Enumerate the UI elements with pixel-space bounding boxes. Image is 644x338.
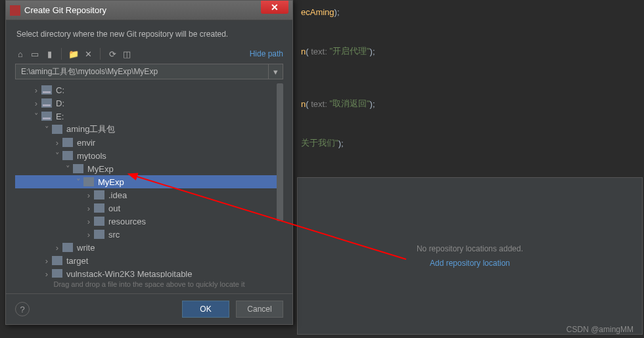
- drive-icon: [41, 112, 52, 121]
- dialog-titlebar[interactable]: Create Git Repository ✕: [6, 1, 292, 20]
- tree-row[interactable]: ˅aming工具包: [15, 123, 283, 136]
- create-git-repo-dialog: Create Git Repository ✕ Select directory…: [5, 0, 293, 325]
- chevron-right-icon[interactable]: ›: [31, 98, 41, 108]
- dialog-title: Create Git Repository: [24, 5, 106, 15]
- chevron-right-icon[interactable]: ›: [83, 190, 94, 200]
- folder-icon: [94, 230, 104, 239]
- hide-path-link[interactable]: Hide path: [250, 49, 283, 58]
- tree-row[interactable]: ›src: [15, 228, 283, 241]
- folder-icon: [52, 269, 62, 278]
- tree-row[interactable]: ˅MyExp: [15, 175, 283, 188]
- tree-label: mytools: [77, 151, 106, 161]
- tree-row[interactable]: ›.idea: [15, 188, 283, 201]
- tree-label: resources: [108, 217, 146, 226]
- no-repo-message: No repository locations added.: [417, 244, 523, 253]
- chevron-right-icon[interactable]: ›: [83, 230, 94, 240]
- path-input-group: ▾: [15, 64, 283, 79]
- tree-label: .idea: [108, 190, 127, 200]
- tree-row[interactable]: ›envir: [15, 136, 283, 149]
- chevron-down-icon[interactable]: ˅: [31, 112, 41, 121]
- code-ident: ecAming: [301, 7, 334, 17]
- chevron-down-icon[interactable]: ˅: [62, 164, 73, 174]
- delete-icon[interactable]: ✕: [83, 49, 93, 59]
- directory-tree[interactable]: ›C:›D:˅E:˅aming工具包›envir˅mytools˅MyExp˅M…: [15, 83, 283, 278]
- add-repo-link[interactable]: Add repository location: [430, 259, 510, 268]
- show-hidden-icon[interactable]: ◫: [122, 49, 132, 59]
- tree-row[interactable]: ˅E:: [15, 110, 283, 123]
- chevron-right-icon[interactable]: ›: [83, 203, 94, 213]
- tree-row[interactable]: ›D:: [15, 96, 283, 110]
- close-button[interactable]: ✕: [261, 1, 288, 14]
- watermark: CSDN @amingMM: [566, 325, 633, 334]
- chevron-right-icon[interactable]: ›: [52, 138, 62, 148]
- folder-icon: [73, 164, 83, 173]
- tree-row[interactable]: ›vulnstack-Win2K3 Metasploitable: [15, 267, 283, 278]
- chevron-right-icon[interactable]: ›: [31, 85, 41, 95]
- tree-row[interactable]: ›target: [15, 254, 283, 267]
- folder-icon: [52, 256, 62, 265]
- tree-label: vulnstack-Win2K3 Metasploitable: [66, 269, 192, 278]
- tree-label: envir: [77, 138, 95, 148]
- tree-row[interactable]: ›out: [15, 201, 283, 215]
- drag-drop-hint: Drag and drop a file into the space abov…: [6, 278, 292, 293]
- help-button[interactable]: ?: [15, 302, 30, 316]
- tree-row[interactable]: ˅MyExp: [15, 162, 283, 175]
- chevron-right-icon[interactable]: ›: [83, 217, 94, 226]
- chevron-right-icon[interactable]: ›: [41, 256, 52, 266]
- folder-icon: [94, 190, 104, 200]
- tree-label: aming工具包: [66, 123, 115, 135]
- tree-row[interactable]: ›write: [15, 241, 283, 254]
- code-string: "取消返回": [329, 98, 369, 110]
- chevron-down-icon[interactable]: ˅: [73, 177, 83, 187]
- chevron-right-icon[interactable]: ›: [52, 243, 62, 253]
- ok-button[interactable]: OK: [182, 301, 229, 318]
- tree-label: MyExp: [87, 164, 114, 174]
- project-icon[interactable]: ▮: [44, 49, 55, 59]
- code-string: "开启代理": [329, 45, 369, 57]
- tree-label: E:: [56, 112, 64, 121]
- scrollbar[interactable]: [277, 83, 283, 278]
- home-icon[interactable]: ⌂: [15, 49, 26, 59]
- chevron-right-icon[interactable]: ›: [41, 269, 52, 278]
- tree-label: target: [66, 256, 88, 266]
- tree-row[interactable]: ›C:: [15, 83, 283, 96]
- tree-row[interactable]: ›resources: [15, 215, 283, 228]
- folder-icon: [94, 203, 104, 213]
- tree-label: D:: [56, 98, 64, 108]
- folder-icon: [83, 177, 94, 186]
- tree-row[interactable]: ˅mytools: [15, 149, 283, 162]
- cancel-button[interactable]: Cancel: [236, 301, 283, 318]
- chevron-down-icon[interactable]: ˅: [52, 151, 62, 161]
- dialog-toolbar: ⌂ ▭ ▮ 📁 ✕ ⟳ ◫ Hide path: [6, 45, 292, 64]
- chevron-down-icon[interactable]: ˅: [41, 125, 52, 135]
- tree-label: out: [108, 203, 120, 213]
- drive-icon: [41, 98, 52, 108]
- dialog-footer: ? OK Cancel: [6, 293, 292, 324]
- tree-label: write: [77, 243, 95, 253]
- path-dropdown-button[interactable]: ▾: [269, 64, 283, 79]
- desktop-icon[interactable]: ▭: [30, 49, 40, 59]
- dialog-instruction: Select directory where the new Git repos…: [6, 20, 292, 45]
- folder-icon: [62, 243, 73, 252]
- folder-icon: [62, 138, 73, 147]
- code-string: 关于我们": [301, 137, 338, 149]
- app-icon: [10, 5, 20, 16]
- tree-label: C:: [56, 85, 64, 95]
- tree-label: src: [108, 230, 120, 240]
- refresh-icon[interactable]: ⟳: [107, 49, 118, 59]
- tree-label: MyExp: [98, 177, 124, 187]
- drive-icon: [41, 85, 52, 95]
- folder-icon: [62, 151, 73, 160]
- repository-panel: No repository locations added. Add repos…: [297, 177, 643, 335]
- folder-icon: [52, 125, 62, 134]
- folder-icon: [94, 217, 104, 226]
- new-folder-icon[interactable]: 📁: [68, 49, 79, 59]
- path-input[interactable]: [15, 64, 269, 79]
